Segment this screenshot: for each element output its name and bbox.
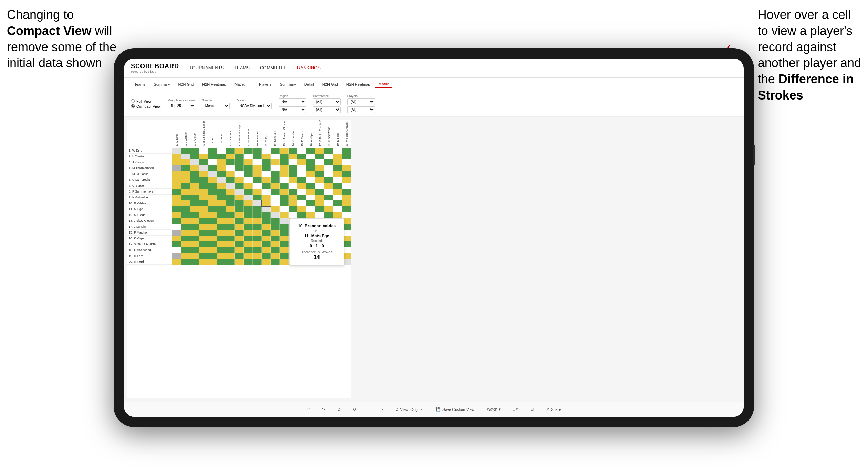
save-custom-view-button[interactable]: 💾 Save Custom View [433,406,477,413]
cell-3-10[interactable] [253,159,262,165]
cell-4-16[interactable] [306,165,315,171]
cell-6-10[interactable] [253,177,262,183]
cell-2-14[interactable] [289,154,297,159]
cell-11-13[interactable] [280,206,289,212]
cell-9-3[interactable] [190,195,199,200]
cell-11-19[interactable] [333,206,342,212]
cell-10-4[interactable] [199,200,208,206]
cell-7-8[interactable] [235,183,244,189]
cell-8-18[interactable] [324,189,333,195]
cell-8-6[interactable] [217,189,226,195]
cell-4-18[interactable] [324,165,333,171]
cell-5-2[interactable] [181,171,190,177]
cell-1-6[interactable] [217,148,226,154]
cell-4-14[interactable] [289,165,297,171]
cell-5-14[interactable] [289,171,297,177]
cell-6-5[interactable] [208,177,217,183]
cell-11-10[interactable] [253,206,262,212]
cell-3-2[interactable] [181,159,190,165]
tab-players[interactable]: Players [255,81,275,88]
cell-10-9[interactable] [244,200,253,206]
cell-7-16[interactable] [306,183,315,189]
cell-11-11[interactable] [262,206,271,212]
cell-2-18[interactable] [324,154,333,159]
cell-2-20[interactable] [342,154,351,159]
cell-5-3[interactable] [190,171,199,177]
cell-5-7[interactable] [226,171,235,177]
cell-10-16[interactable] [306,200,315,206]
cell-5-19[interactable] [333,171,342,177]
cell-4-15[interactable] [297,165,306,171]
cell-3-9[interactable] [244,159,253,165]
cell-11-2[interactable] [181,206,190,212]
cell-2-13[interactable] [280,154,289,159]
cell-8-16[interactable] [306,189,315,195]
cell-9-12[interactable] [271,195,280,200]
cell-4-4[interactable] [199,165,208,171]
cell-2-7[interactable] [226,154,235,159]
cell-5-18[interactable] [324,171,333,177]
players-select-2[interactable]: (All) [347,106,375,113]
compact-view-radio[interactable] [131,104,135,108]
cell-7-7[interactable] [226,183,235,189]
grid-view-button[interactable]: ⊞ [528,406,536,413]
watch-button[interactable]: Watch ▾ [484,406,503,413]
cell-5-9[interactable] [244,171,253,177]
cell-1-1[interactable] [172,148,181,154]
tab-summary-2[interactable]: Summary [276,81,300,88]
cell-7-18[interactable] [324,183,333,189]
cell-6-3[interactable] [190,177,199,183]
cell-5-4[interactable] [199,171,208,177]
cell-5-15[interactable] [297,171,306,177]
cell-11-14[interactable] [289,206,297,212]
cell-1-13[interactable] [280,148,289,154]
cell-4-3[interactable] [190,165,199,171]
cell-8-17[interactable] [315,189,324,195]
cell-10-20[interactable] [342,200,351,206]
cell-1-12[interactable] [271,148,280,154]
cell-11-12[interactable] [271,206,280,212]
cell-6-1[interactable] [172,177,181,183]
cell-9-19[interactable] [333,195,342,200]
cell-3-3[interactable] [190,159,199,165]
cell-11-17[interactable] [315,206,324,212]
cell-8-8[interactable] [235,189,244,195]
cell-5-16[interactable] [306,171,315,177]
cell-3-17[interactable] [315,159,324,165]
cell-11-4[interactable] [199,206,208,212]
cell-2-8[interactable] [235,154,244,159]
cell-4-1[interactable] [172,165,181,171]
cell-4-13[interactable] [280,165,289,171]
cell-5-1[interactable] [172,171,181,177]
cell-2-17[interactable] [315,154,324,159]
cell-6-4[interactable] [199,177,208,183]
cell-9-6[interactable] [217,195,226,200]
cell-1-15[interactable] [297,148,306,154]
cell-2-1[interactable] [172,154,181,159]
cell-8-20[interactable] [342,189,351,195]
cell-6-15[interactable] [297,177,306,183]
tab-h2h-heatmap-2[interactable]: H2H Heatmap [343,81,374,88]
cell-4-8[interactable] [235,165,244,171]
cell-1-7[interactable] [226,148,235,154]
cell-11-5[interactable] [208,206,217,212]
cell-7-15[interactable] [297,183,306,189]
share-options-button[interactable]: □ ▾ [510,406,521,413]
cell-10-14[interactable] [289,200,297,206]
cell-3-20[interactable] [342,159,351,165]
cell-5-8[interactable] [235,171,244,177]
full-view-option[interactable]: Full View [131,99,161,103]
cell-11-1[interactable] [172,206,181,212]
cell-8-13[interactable] [280,189,289,195]
cell-9-2[interactable] [181,195,190,200]
cell-6-6[interactable] [217,177,226,183]
cell-3-12[interactable] [271,159,280,165]
cell-5-13[interactable] [280,171,289,177]
cell-3-19[interactable] [333,159,342,165]
cell-2-3[interactable] [190,154,199,159]
nav-committee[interactable]: COMMITTEE [260,64,287,72]
cell-4-5[interactable] [208,165,217,171]
cell-11-7[interactable] [226,206,235,212]
cell-9-7[interactable] [226,195,235,200]
region-select-2[interactable]: N/A [279,106,306,113]
